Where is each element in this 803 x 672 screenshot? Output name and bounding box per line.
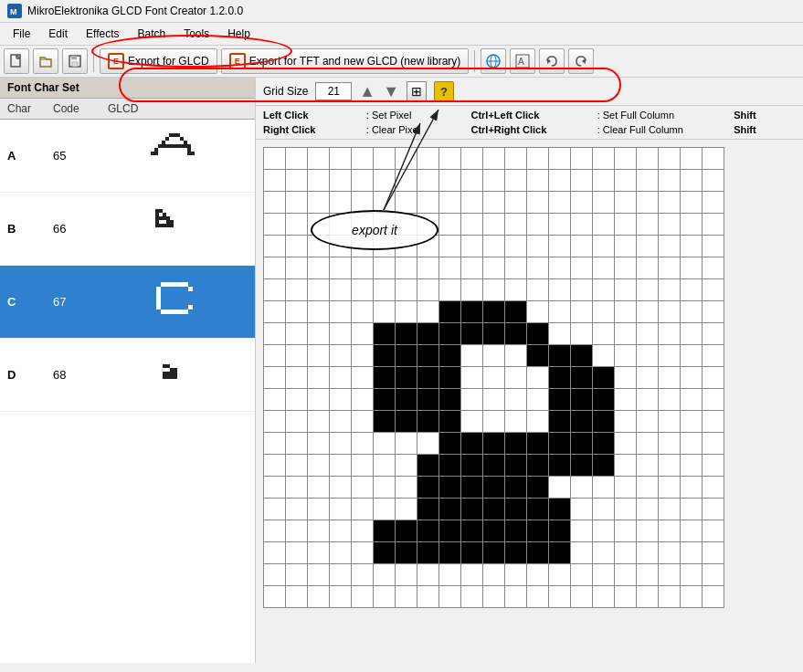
- cell-16-4[interactable]: [615, 236, 637, 257]
- cell-5-18[interactable]: [374, 542, 396, 564]
- cell-8-9[interactable]: [439, 345, 461, 367]
- cell-11-4[interactable]: [505, 236, 527, 257]
- cell-6-15[interactable]: [396, 477, 417, 499]
- char-row-A[interactable]: A 65: [0, 120, 255, 193]
- cell-18-0[interactable]: [659, 148, 681, 170]
- cell-6-12[interactable]: [396, 411, 417, 433]
- cell-4-13[interactable]: [352, 433, 374, 455]
- cell-10-5[interactable]: [483, 257, 505, 279]
- cell-13-1[interactable]: [549, 170, 571, 192]
- cell-3-0[interactable]: [330, 148, 352, 170]
- cell-13-14[interactable]: [549, 455, 571, 477]
- cell-7-17[interactable]: [417, 520, 439, 542]
- cell-8-5[interactable]: [439, 257, 461, 279]
- cell-8-17[interactable]: [439, 520, 461, 542]
- cell-19-10[interactable]: [681, 367, 703, 389]
- cell-9-8[interactable]: [461, 323, 483, 345]
- cell-20-3[interactable]: [703, 214, 724, 236]
- open-button[interactable]: [33, 48, 58, 74]
- cell-2-7[interactable]: [308, 301, 330, 323]
- cell-1-1[interactable]: [286, 170, 308, 192]
- cell-7-15[interactable]: [417, 477, 439, 499]
- cell-7-9[interactable]: [417, 345, 439, 367]
- cell-11-16[interactable]: [505, 499, 527, 520]
- cell-3-17[interactable]: [330, 520, 352, 542]
- cell-18-6[interactable]: [659, 279, 681, 301]
- cell-5-0[interactable]: [374, 148, 396, 170]
- cell-2-15[interactable]: [308, 477, 330, 499]
- cell-8-10[interactable]: [439, 367, 461, 389]
- cell-10-16[interactable]: [483, 499, 505, 520]
- cell-7-2[interactable]: [417, 192, 439, 214]
- cell-9-2[interactable]: [461, 192, 483, 214]
- cell-5-1[interactable]: [374, 170, 396, 192]
- cell-4-10[interactable]: [352, 367, 374, 389]
- cell-2-13[interactable]: [308, 433, 330, 455]
- cell-1-10[interactable]: [286, 367, 308, 389]
- cell-0-14[interactable]: [264, 455, 286, 477]
- cell-16-12[interactable]: [615, 411, 637, 433]
- cell-1-12[interactable]: [286, 411, 308, 433]
- cell-18-18[interactable]: [659, 542, 681, 564]
- cell-7-10[interactable]: [417, 367, 439, 389]
- cell-4-8[interactable]: [352, 323, 374, 345]
- cell-8-13[interactable]: [439, 433, 461, 455]
- cell-4-20[interactable]: [352, 586, 374, 608]
- cell-4-19[interactable]: [352, 564, 374, 586]
- cell-13-7[interactable]: [549, 301, 571, 323]
- cell-5-4[interactable]: [374, 236, 396, 257]
- cell-2-6[interactable]: [308, 279, 330, 301]
- cell-15-12[interactable]: [593, 411, 615, 433]
- cell-18-4[interactable]: [659, 236, 681, 257]
- cell-14-0[interactable]: [571, 148, 593, 170]
- cell-16-1[interactable]: [615, 170, 637, 192]
- cell-18-2[interactable]: [659, 192, 681, 214]
- cell-20-9[interactable]: [703, 345, 724, 367]
- cell-15-17[interactable]: [593, 520, 615, 542]
- cell-3-18[interactable]: [330, 542, 352, 564]
- cell-5-3[interactable]: [374, 214, 396, 236]
- redo-button[interactable]: [568, 48, 594, 74]
- cell-17-16[interactable]: [637, 499, 659, 520]
- cell-1-0[interactable]: [286, 148, 308, 170]
- cell-6-20[interactable]: [396, 586, 417, 608]
- cell-3-1[interactable]: [330, 170, 352, 192]
- cell-11-17[interactable]: [505, 520, 527, 542]
- cell-3-4[interactable]: [330, 236, 352, 257]
- cell-16-20[interactable]: [615, 586, 637, 608]
- cell-2-14[interactable]: [308, 455, 330, 477]
- cell-16-14[interactable]: [615, 455, 637, 477]
- cell-4-0[interactable]: [352, 148, 374, 170]
- cell-11-20[interactable]: [505, 586, 527, 608]
- cell-12-15[interactable]: [527, 477, 549, 499]
- cell-9-13[interactable]: [461, 433, 483, 455]
- cell-10-14[interactable]: [483, 455, 505, 477]
- cell-1-2[interactable]: [286, 192, 308, 214]
- cell-18-19[interactable]: [659, 564, 681, 586]
- cell-12-11[interactable]: [527, 389, 549, 411]
- cell-10-0[interactable]: [483, 148, 505, 170]
- cell-6-4[interactable]: [396, 236, 417, 257]
- cell-1-15[interactable]: [286, 477, 308, 499]
- cell-0-18[interactable]: [264, 542, 286, 564]
- cell-8-4[interactable]: [439, 236, 461, 257]
- cell-6-1[interactable]: [396, 170, 417, 192]
- cell-6-16[interactable]: [396, 499, 417, 520]
- menu-tools[interactable]: Tools: [174, 25, 218, 43]
- cell-12-20[interactable]: [527, 586, 549, 608]
- cell-6-5[interactable]: [396, 257, 417, 279]
- cell-5-9[interactable]: [374, 345, 396, 367]
- cell-14-11[interactable]: [571, 389, 593, 411]
- cell-17-5[interactable]: [637, 257, 659, 279]
- cell-15-15[interactable]: [593, 477, 615, 499]
- export-tft-button[interactable]: E Export for TFT and new GLCD (new libra…: [221, 48, 470, 74]
- cell-15-3[interactable]: [593, 214, 615, 236]
- cell-18-3[interactable]: [659, 214, 681, 236]
- cell-14-1[interactable]: [571, 170, 593, 192]
- cell-16-9[interactable]: [615, 345, 637, 367]
- cell-20-10[interactable]: [703, 367, 724, 389]
- cell-19-8[interactable]: [681, 323, 703, 345]
- cell-2-11[interactable]: [308, 389, 330, 411]
- cell-5-5[interactable]: [374, 257, 396, 279]
- cell-3-3[interactable]: [330, 214, 352, 236]
